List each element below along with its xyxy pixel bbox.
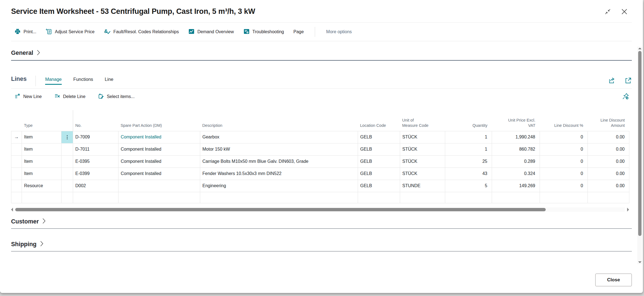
cell-discount-amount[interactable]: 0.00: [588, 180, 629, 192]
cell-discount-pct[interactable]: 0: [540, 155, 588, 168]
col-unit-price[interactable]: Unit Price Excl. VAT: [492, 110, 540, 131]
cell-type[interactable]: Item: [22, 155, 61, 168]
tab-manage[interactable]: Manage: [45, 77, 62, 85]
table-row-empty[interactable]: [11, 192, 629, 203]
adjust-service-price-button[interactable]: Adjust Service Price: [46, 28, 94, 36]
cell-uom[interactable]: STÜCK: [400, 168, 445, 180]
cell-description[interactable]: Motor 150 kW: [200, 143, 358, 155]
share-button[interactable]: [608, 77, 616, 85]
cell-no[interactable]: D-7011: [73, 143, 119, 155]
close-window-button[interactable]: [620, 7, 629, 17]
cell-spare-part-action-link[interactable]: Component Installed: [119, 131, 200, 143]
col-line-discount-amount[interactable]: Line Discount Amount: [588, 110, 629, 131]
print-button[interactable]: Print...: [14, 28, 36, 36]
cell-quantity[interactable]: 1: [445, 143, 492, 155]
cell-spare-part-action[interactable]: Component Installed: [119, 143, 200, 155]
cell-no[interactable]: D-7009: [73, 131, 119, 143]
cell-no[interactable]: D002: [73, 180, 119, 192]
cell-quantity[interactable]: 5: [445, 180, 492, 192]
col-no[interactable]: No.: [73, 110, 119, 131]
cell-discount-pct[interactable]: 0: [540, 168, 588, 180]
unpin-button[interactable]: [622, 93, 629, 101]
cell-discount-amount[interactable]: 0.00: [588, 143, 629, 155]
col-spare-part-action[interactable]: Spare Part Action (DM): [119, 110, 200, 131]
cell-quantity[interactable]: 1: [445, 131, 492, 143]
cell-spare-part-action[interactable]: [119, 180, 200, 192]
shipping-section-header[interactable]: Shipping: [11, 241, 632, 248]
table-row[interactable]: Item E-0399 Component Installed Fender W…: [11, 168, 629, 180]
cell-location[interactable]: GELB: [358, 168, 400, 180]
col-location-code[interactable]: Location Code: [358, 110, 400, 131]
cell-uom[interactable]: STÜCK: [400, 131, 445, 143]
cell-location[interactable]: GELB: [358, 143, 400, 155]
cell-description[interactable]: Fender Washers 10.5x30x3 mm DIN522: [200, 168, 358, 180]
horizontal-scrollbar-thumb[interactable]: [15, 208, 546, 211]
table-row[interactable]: Resource D002 Engineering GELB STUNDE 5 …: [11, 180, 629, 192]
cell-type[interactable]: Resource: [22, 180, 61, 192]
cell-spare-part-action[interactable]: Component Installed: [119, 168, 200, 180]
col-description[interactable]: Description: [200, 110, 358, 131]
row-menu-button[interactable]: ⋮: [61, 131, 73, 143]
restore-window-button[interactable]: [603, 7, 612, 17]
service-item-worksheet-dialog: Service Item Worksheet - 53 Centrifugal …: [0, 0, 643, 293]
scroll-left-arrow-icon[interactable]: [11, 208, 13, 212]
cell-description[interactable]: Carriage Bolts M10x50 mm Blue Galv. DIN6…: [200, 155, 358, 168]
cell-unit-price[interactable]: 860.782: [492, 143, 540, 155]
cell-uom[interactable]: STÜCK: [400, 155, 445, 168]
col-quantity[interactable]: Quantity: [445, 110, 492, 131]
cell-no[interactable]: E-0395: [73, 155, 119, 168]
page-menu-button[interactable]: Page: [293, 29, 304, 34]
cell-description[interactable]: Engineering: [200, 180, 358, 192]
cell-quantity[interactable]: 43: [445, 168, 492, 180]
more-options-button[interactable]: More options: [326, 29, 352, 34]
horizontal-scrollbar-track[interactable]: [15, 207, 625, 212]
cell-uom[interactable]: STÜCK: [400, 143, 445, 155]
col-unit-of-measure[interactable]: Unit of Measure Code: [400, 110, 445, 131]
cell-discount-amount[interactable]: 0.00: [588, 168, 629, 180]
scroll-down-arrow-icon[interactable]: [638, 261, 642, 263]
delete-line-button[interactable]: Delete Line: [54, 93, 86, 100]
open-in-new-window-button[interactable]: [625, 77, 632, 85]
cell-no[interactable]: E-0399: [73, 168, 119, 180]
cell-unit-price[interactable]: 0.324: [492, 168, 540, 180]
cell-uom[interactable]: STUNDE: [400, 180, 445, 192]
close-button[interactable]: Close: [595, 274, 632, 286]
horizontal-scrollbar[interactable]: [11, 207, 629, 213]
cell-discount-amount[interactable]: 0.00: [588, 155, 629, 168]
customer-section-header[interactable]: Customer: [11, 218, 632, 225]
cell-unit-price[interactable]: 1,990.248: [492, 131, 540, 143]
cell-unit-price[interactable]: 0.289: [492, 155, 540, 168]
cell-quantity[interactable]: 25: [445, 155, 492, 168]
cell-type[interactable]: Item: [22, 143, 61, 155]
table-row[interactable]: Item E-0395 Component Installed Carriage…: [11, 155, 629, 168]
col-line-discount-pct[interactable]: Line Discount %: [540, 110, 588, 131]
fault-resol-codes-button[interactable]: & Fault/Resol. Codes Relationships: [104, 28, 179, 36]
cell-unit-price[interactable]: 149.269: [492, 180, 540, 192]
vertical-scrollbar-thumb[interactable]: [638, 51, 642, 236]
cell-location[interactable]: GELB: [358, 131, 400, 143]
general-section-header[interactable]: General: [11, 50, 632, 56]
table-row-selected[interactable]: → Item ⋮ D-7009 Component Installed Gear…: [11, 131, 629, 143]
tab-line[interactable]: Line: [105, 77, 113, 85]
cell-description[interactable]: Gearbox: [200, 131, 358, 143]
cell-discount-pct[interactable]: 0: [540, 143, 588, 155]
demand-overview-button[interactable]: Demand Overview: [188, 28, 234, 36]
lines-part-title: Lines: [11, 76, 27, 83]
cell-discount-pct[interactable]: 0: [540, 131, 588, 143]
cell-type[interactable]: Item: [22, 131, 61, 143]
tab-functions[interactable]: Functions: [73, 77, 93, 85]
scroll-up-arrow-icon[interactable]: [638, 48, 642, 49]
cell-location[interactable]: GELB: [358, 180, 400, 192]
vertical-scrollbar[interactable]: [637, 47, 642, 264]
cell-location[interactable]: GELB: [358, 155, 400, 168]
troubleshooting-button[interactable]: Troubleshooting: [243, 28, 284, 36]
select-items-button[interactable]: Select items...: [98, 93, 135, 100]
col-type[interactable]: Type: [22, 110, 61, 131]
new-line-button[interactable]: New Line: [14, 93, 42, 100]
table-row[interactable]: Item D-7011 Component Installed Motor 15…: [11, 143, 629, 155]
cell-type[interactable]: Item: [22, 168, 61, 180]
scroll-right-arrow-icon[interactable]: [627, 208, 629, 212]
cell-discount-pct[interactable]: 0: [540, 180, 588, 192]
cell-spare-part-action[interactable]: Component Installed: [119, 155, 200, 168]
cell-discount-amount[interactable]: 0.00: [588, 131, 629, 143]
